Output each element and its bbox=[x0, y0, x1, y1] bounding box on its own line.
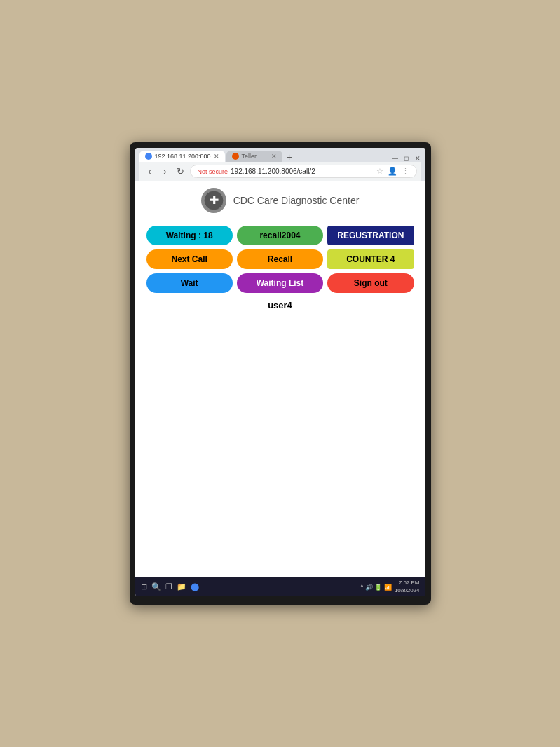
waiting-button[interactable]: Waiting : 18 bbox=[146, 226, 233, 245]
bookmark-icon[interactable]: ☆ bbox=[376, 167, 383, 176]
address-bar[interactable]: Not secure 192.168.11.200:8006/call/2 ☆ … bbox=[190, 165, 417, 178]
address-text: 192.168.11.200:8006/call/2 bbox=[231, 167, 315, 175]
site-header: ✚ CDC Care Diagnostic Center bbox=[146, 188, 414, 213]
browser-tabs: 192.168.11.200:8006/call/2 ✕ Teller ✕ + … bbox=[139, 151, 421, 162]
site-logo: ✚ bbox=[201, 188, 226, 213]
taskbar-clock: 7:57 PM 10/8/2024 bbox=[395, 580, 420, 594]
browser-window: 192.168.11.200:8006/call/2 ✕ Teller ✕ + … bbox=[135, 148, 425, 596]
counter4-button[interactable]: COUNTER 4 bbox=[327, 249, 414, 269]
browser-titlebar: 192.168.11.200:8006/call/2 ✕ Teller ✕ + … bbox=[135, 148, 425, 181]
restore-button[interactable]: ◻ bbox=[403, 155, 410, 162]
tab-favicon-teller bbox=[232, 153, 239, 160]
sign-out-button[interactable]: Sign out bbox=[327, 273, 414, 293]
taskbar: ⊞ 🔍 ❐ 📁 ⬤ ^ 🔊 🔋 📶 7:57 PM 10/8/2024 bbox=[135, 577, 425, 596]
new-tab-button[interactable]: + bbox=[284, 152, 295, 162]
page-content: ✚ CDC Care Diagnostic Center Waiting : 1… bbox=[135, 181, 425, 577]
file-explorer-icon[interactable]: 📁 bbox=[177, 582, 186, 591]
forward-button[interactable]: › bbox=[159, 165, 172, 178]
menu-icon[interactable]: ⋮ bbox=[402, 167, 409, 176]
chrome-icon[interactable]: ⬤ bbox=[191, 582, 199, 591]
close-window-button[interactable]: ✕ bbox=[414, 155, 421, 162]
profile-icon[interactable]: 👤 bbox=[388, 167, 397, 176]
tab-teller-close-btn[interactable]: ✕ bbox=[271, 153, 277, 160]
recall-button[interactable]: Recall bbox=[237, 249, 323, 269]
system-tray: ^ 🔊 🔋 📶 7:57 PM 10/8/2024 bbox=[360, 580, 419, 594]
tab-teller-label: Teller bbox=[242, 153, 257, 160]
minimize-button[interactable]: — bbox=[392, 155, 399, 162]
waiting-list-button[interactable]: Waiting List bbox=[237, 273, 323, 293]
tab-teller[interactable]: Teller ✕ bbox=[226, 151, 282, 162]
registration-button[interactable]: REGUSTRATION bbox=[327, 226, 414, 245]
tab-favicon-active bbox=[145, 153, 152, 160]
button-grid: Waiting : 18 recall2004 REGUSTRATION Nex… bbox=[146, 226, 414, 293]
username-display: user4 bbox=[146, 300, 414, 310]
taskview-icon[interactable]: ❐ bbox=[165, 582, 172, 591]
back-button[interactable]: ‹ bbox=[144, 165, 156, 178]
browser-controls: ‹ › ↻ Not secure 192.168.11.200:8006/cal… bbox=[139, 162, 421, 181]
tab-active-label: 192.168.11.200:8006/call/2 bbox=[155, 153, 211, 160]
logo-svg: ✚ bbox=[203, 190, 224, 211]
tray-icons: ^ 🔊 🔋 📶 bbox=[360, 584, 392, 591]
wait-button[interactable]: Wait bbox=[146, 273, 233, 293]
taskbar-time-display: 7:57 PM bbox=[395, 580, 420, 587]
recall2004-button[interactable]: recall2004 bbox=[237, 226, 323, 245]
window-controls: — ◻ ✕ bbox=[392, 155, 421, 162]
next-call-button[interactable]: Next Call bbox=[146, 249, 233, 269]
tab-close-btn[interactable]: ✕ bbox=[214, 153, 219, 160]
tab-active[interactable]: 192.168.11.200:8006/call/2 ✕ bbox=[139, 151, 225, 162]
not-secure-label: Not secure bbox=[198, 168, 228, 175]
start-button[interactable]: ⊞ bbox=[141, 582, 147, 591]
site-title: CDC Care Diagnostic Center bbox=[233, 195, 360, 206]
svg-text:✚: ✚ bbox=[209, 194, 218, 206]
search-taskbar-icon[interactable]: 🔍 bbox=[151, 582, 161, 591]
taskbar-date-display: 10/8/2024 bbox=[395, 587, 420, 594]
monitor-frame: 192.168.11.200:8006/call/2 ✕ Teller ✕ + … bbox=[130, 142, 431, 605]
reload-button[interactable]: ↻ bbox=[175, 165, 187, 178]
